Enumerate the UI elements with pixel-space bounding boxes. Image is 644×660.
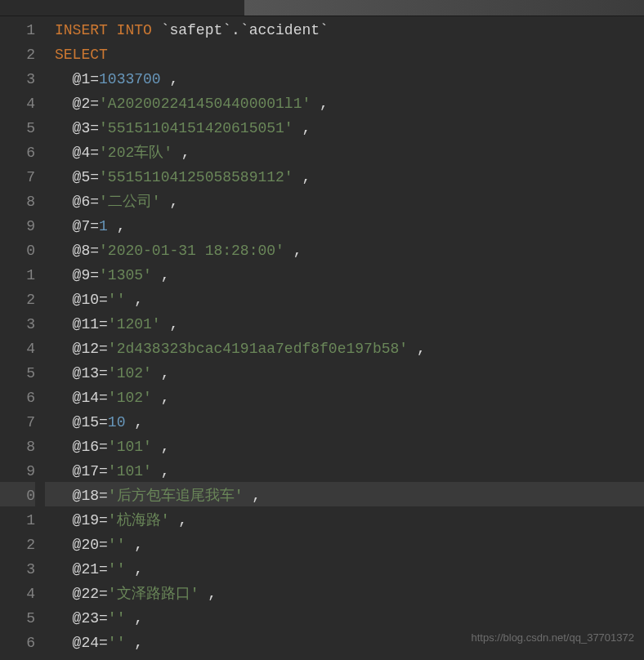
token-plain: , [284, 243, 302, 259]
token-plain: = [99, 586, 108, 602]
line-number: 9 [0, 457, 35, 482]
token-string: '102' [108, 365, 152, 381]
code-line[interactable]: @8='2020-01-31 18:28:00' , [55, 237, 644, 261]
line-number: 6 [0, 384, 35, 408]
token-plain: , [125, 561, 143, 578]
token-plain: = [90, 243, 99, 259]
code-line[interactable]: @5='55151104125058589112' , [55, 163, 644, 188]
token-plain: = [99, 488, 108, 504]
token-identifier: @3 [73, 120, 91, 136]
token-string: '101' [108, 463, 152, 479]
code-line[interactable]: SELECT [55, 41, 644, 65]
code-line[interactable]: @11='1201' , [55, 310, 644, 335]
token-plain: = [99, 635, 108, 651]
token-plain: = [99, 390, 108, 406]
line-number: 3 [0, 555, 35, 580]
token-plain: = [99, 414, 108, 430]
token-string: '1201' [108, 316, 161, 332]
token-identifier: @21 [73, 561, 99, 578]
code-content[interactable]: INSERT INTO `safept`.`accident`SELECT @1… [45, 16, 644, 660]
editor-tab-bar [0, 0, 644, 16]
token-identifier: @4 [73, 145, 91, 161]
token-plain: , [125, 537, 143, 553]
code-line[interactable]: @12='2d438323bcac4191aa7edf8f0e197b58' , [55, 335, 644, 359]
token-plain: = [99, 512, 108, 528]
token-string: '202车队' [99, 145, 172, 161]
token-plain: = [90, 120, 99, 136]
token-identifier: @24 [73, 635, 99, 651]
code-line[interactable]: @20='' , [55, 531, 644, 555]
token-plain: = [99, 610, 108, 627]
token-identifier: @9 [73, 267, 91, 283]
token-identifier: @17 [73, 463, 99, 479]
token-string: '1305' [99, 267, 152, 283]
token-plain: , [152, 463, 170, 479]
token-identifier: @20 [73, 537, 99, 553]
code-line[interactable]: INSERT INTO `safept`.`accident` [55, 16, 644, 41]
token-plain: , [108, 218, 126, 234]
line-number: 2 [0, 286, 35, 310]
code-line[interactable]: @3='55151104151420615051' , [55, 114, 644, 139]
code-line[interactable]: @13='102' , [55, 359, 644, 384]
token-plain: , [161, 194, 179, 210]
token-string: '2d438323bcac4191aa7edf8f0e197b58' [108, 341, 408, 357]
line-number: 4 [0, 335, 35, 359]
line-number: 6 [0, 629, 35, 653]
code-line[interactable]: @4='202车队' , [55, 139, 644, 163]
token-string: '' [108, 561, 126, 578]
line-number: 1 [0, 261, 35, 286]
token-plain: = [90, 145, 99, 161]
token-identifier: accident [249, 22, 320, 38]
token-string: 'A2020022414504400001l1' [99, 96, 311, 112]
code-line[interactable]: @18='后方包车追尾我车' , [45, 482, 644, 506]
line-number: 0 [0, 482, 35, 506]
line-number: 7 [0, 408, 35, 433]
code-line[interactable]: @16='101' , [55, 433, 644, 457]
token-plain: = [99, 341, 108, 357]
token-plain: = [90, 267, 99, 283]
code-line[interactable]: @7=1 , [55, 212, 644, 237]
token-plain: , [161, 71, 179, 87]
token-identifier: @2 [73, 96, 91, 112]
line-number: 8 [0, 188, 35, 212]
token-plain: = [99, 365, 108, 381]
token-identifier: @5 [73, 169, 91, 185]
token-plain: , [125, 414, 143, 430]
code-line[interactable]: @22='文泽路路口' , [55, 580, 644, 604]
token-plain: , [243, 488, 261, 504]
line-number: 1 [0, 16, 35, 41]
line-number: 2 [0, 41, 35, 65]
token-identifier: @23 [73, 610, 99, 627]
token-number: 1033700 [99, 71, 161, 87]
token-string: '' [108, 610, 126, 627]
token-plain: , [152, 267, 170, 283]
token-plain: = [99, 316, 108, 332]
token-string: '' [108, 635, 126, 651]
token-plain: , [172, 145, 190, 161]
token-plain: = [99, 463, 108, 479]
code-line[interactable]: @14='102' , [55, 384, 644, 408]
code-line[interactable]: @17='101' , [55, 457, 644, 482]
token-keyword: SELECT [55, 47, 108, 63]
token-string: '杭海路' [108, 512, 170, 528]
code-line[interactable]: @6='二公司' , [55, 188, 644, 212]
token-string: '文泽路路口' [108, 586, 199, 602]
code-editor[interactable]: 12345678901234567890123456 INSERT INTO `… [0, 16, 644, 660]
code-line[interactable]: @10='' , [55, 286, 644, 310]
code-line[interactable]: @1=1033700 , [55, 65, 644, 90]
token-identifier: @11 [73, 316, 99, 332]
token-string: '102' [108, 390, 152, 406]
token-plain: , [199, 586, 217, 602]
code-line[interactable]: @21='' , [55, 555, 644, 580]
code-line[interactable]: @15=10 , [55, 408, 644, 433]
token-plain: = [90, 169, 99, 185]
code-line[interactable]: @19='杭海路' , [55, 506, 644, 531]
line-number: 7 [0, 163, 35, 188]
line-number: 3 [0, 310, 35, 335]
token-plain: = [90, 71, 99, 87]
code-line[interactable]: @2='A2020022414504400001l1' , [55, 90, 644, 114]
token-plain: = [99, 292, 108, 308]
token-identifier: @19 [73, 512, 99, 528]
code-line[interactable]: @9='1305' , [55, 261, 644, 286]
watermark-text: https://blog.csdn.net/qq_37701372 [472, 626, 635, 650]
